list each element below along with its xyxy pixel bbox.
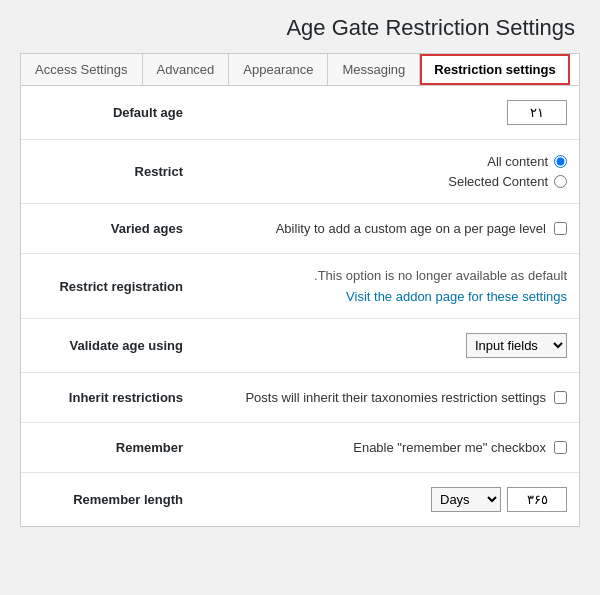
remember-checkbox[interactable] (554, 441, 567, 454)
page-wrapper: Age Gate Restriction Settings Access Set… (0, 0, 600, 542)
content-remember-length: Days Hours Weeks (193, 487, 567, 512)
content-remember: Enable "remember me" checkbox (193, 440, 567, 455)
radio-selected-content[interactable] (554, 175, 567, 188)
label-restrict-registration: Restrict registration (33, 279, 193, 294)
label-validate-age: Validate age using (33, 338, 193, 353)
radio-group-restrict: All content Selected Content (448, 154, 567, 189)
label-remember-length: Remember length (33, 492, 193, 507)
row-restrict-registration: Restrict registration .This option is no… (21, 254, 579, 319)
radio-label-selected-content: Selected Content (448, 174, 548, 189)
row-validate-age: Validate age using Input fields Date of … (21, 319, 579, 373)
radio-all-content[interactable] (554, 155, 567, 168)
label-remember: Remember (33, 440, 193, 455)
label-default-age: Default age (33, 105, 193, 120)
remember-length-row: Days Hours Weeks (431, 487, 567, 512)
remember-length-input[interactable] (507, 487, 567, 512)
tab-messaging[interactable]: Messaging (328, 54, 420, 85)
default-age-input[interactable] (507, 100, 567, 125)
content-restrict: All content Selected Content (193, 154, 567, 189)
addon-link[interactable]: Visit the addon page for these settings (346, 289, 567, 304)
row-varied-ages: Varied ages Ability to add a custom age … (21, 204, 579, 254)
checkbox-row-remember: Enable "remember me" checkbox (353, 440, 567, 455)
content-default-age (193, 100, 567, 125)
content-restrict-registration: .This option is no longer available as d… (193, 268, 567, 304)
tab-restriction-settings[interactable]: Restriction settings (420, 54, 569, 85)
row-restrict: Restrict All content Selected Content (21, 140, 579, 204)
select-row-validate-age: Input fields Date of birth Slider (466, 333, 567, 358)
row-inherit-restrictions: Inherit restrictions Posts will inherit … (21, 373, 579, 423)
inherit-restrictions-label: Posts will inherit their taxonomies rest… (245, 390, 546, 405)
content-inherit-restrictions: Posts will inherit their taxonomies rest… (193, 390, 567, 405)
tabs-container: Access Settings Advanced Appearance Mess… (20, 53, 580, 86)
tab-advanced[interactable]: Advanced (143, 54, 230, 85)
checkbox-row-varied-ages: Ability to add a custom age on a per pag… (276, 221, 567, 236)
addon-note-text: .This option is no longer available as d… (314, 268, 567, 283)
radio-label-all-content: All content (487, 154, 548, 169)
radio-item-selected-content: Selected Content (448, 174, 567, 189)
page-title: Age Gate Restriction Settings (20, 15, 580, 41)
label-inherit-restrictions: Inherit restrictions (33, 390, 193, 405)
content-validate-age: Input fields Date of birth Slider (193, 333, 567, 358)
row-default-age: Default age (21, 86, 579, 140)
varied-ages-label: Ability to add a custom age on a per pag… (276, 221, 546, 236)
label-varied-ages: Varied ages (33, 221, 193, 236)
validate-age-select[interactable]: Input fields Date of birth Slider (466, 333, 567, 358)
tab-access-settings[interactable]: Access Settings (21, 54, 143, 85)
settings-table: Default age Restrict All content Selecte… (20, 86, 580, 527)
remember-label: Enable "remember me" checkbox (353, 440, 546, 455)
row-remember: Remember Enable "remember me" checkbox (21, 423, 579, 473)
label-restrict: Restrict (33, 164, 193, 179)
radio-item-all-content: All content (487, 154, 567, 169)
tab-appearance[interactable]: Appearance (229, 54, 328, 85)
content-varied-ages: Ability to add a custom age on a per pag… (193, 221, 567, 236)
remember-length-unit-select[interactable]: Days Hours Weeks (431, 487, 501, 512)
inherit-restrictions-checkbox[interactable] (554, 391, 567, 404)
row-remember-length: Remember length Days Hours Weeks (21, 473, 579, 526)
checkbox-row-inherit: Posts will inherit their taxonomies rest… (245, 390, 567, 405)
varied-ages-checkbox[interactable] (554, 222, 567, 235)
